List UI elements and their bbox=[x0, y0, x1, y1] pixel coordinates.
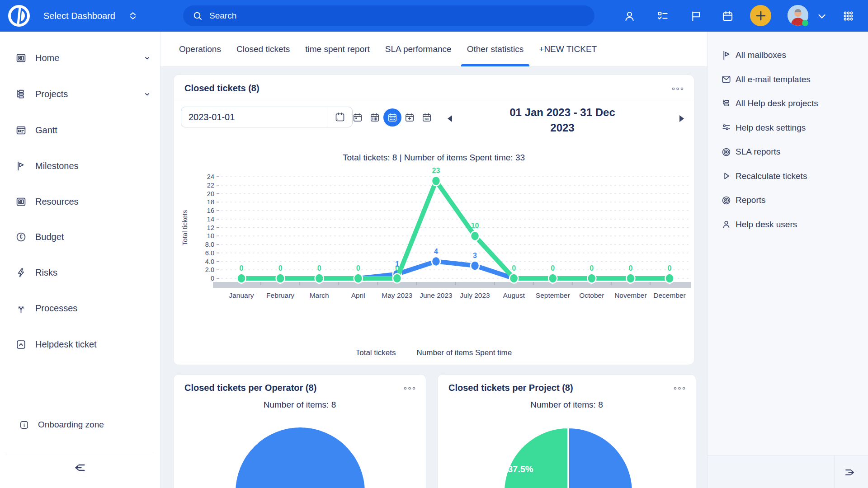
add-button[interactable] bbox=[750, 5, 771, 26]
sidebar-item-milestones[interactable]: Milestones bbox=[0, 148, 160, 183]
svg-text:0: 0 bbox=[628, 264, 632, 272]
svg-text:10: 10 bbox=[471, 222, 479, 230]
svg-text:10: 10 bbox=[207, 232, 214, 239]
budget-euro-icon: € bbox=[15, 231, 27, 243]
svg-text:3: 3 bbox=[473, 252, 477, 259]
sidebar-item-processes[interactable]: Processes bbox=[0, 291, 160, 326]
info-icon bbox=[19, 420, 29, 430]
card-menu-button[interactable] bbox=[671, 87, 684, 91]
legend-item[interactable]: Total tickets bbox=[356, 348, 396, 357]
chevron-down-icon bbox=[144, 55, 151, 61]
projects-tree-icon bbox=[721, 99, 731, 109]
app-logo[interactable] bbox=[6, 3, 32, 28]
closed-tickets-card: Closed tickets (8) 365 01 Jan 2023 - 31 … bbox=[173, 75, 694, 365]
sidebar-item-helpdesk-ticket[interactable]: Helpdesk ticket bbox=[0, 327, 160, 362]
content-area: Closed tickets (8) 365 01 Jan 2023 - 31 … bbox=[160, 67, 707, 488]
date-range-label: 01 Jan 2023 - 31 Dec 2023 bbox=[463, 105, 662, 136]
svg-text:April: April bbox=[351, 291, 365, 299]
panel-item-all-mailboxes[interactable]: All mailboxes bbox=[708, 46, 868, 65]
panel-item-sla-reports[interactable]: SLA reports bbox=[708, 142, 868, 161]
dashboard-selector-label: Select Dashboard bbox=[43, 11, 115, 21]
sidebar-item-gantt[interactable]: Gantt bbox=[0, 113, 160, 148]
risks-bolt-icon bbox=[15, 267, 27, 278]
sidebar-item-risks[interactable]: Risks bbox=[0, 255, 160, 290]
tab-sla-performance[interactable]: SLA performance bbox=[377, 32, 459, 66]
tab-bar: OperationsClosed ticketstime spent repor… bbox=[160, 32, 707, 67]
svg-text:2.0: 2.0 bbox=[205, 266, 214, 273]
svg-text:24: 24 bbox=[207, 173, 214, 180]
panel-item-recalculate-tickets[interactable]: Recalculate tickets bbox=[708, 167, 868, 186]
panel-item-all-help-desk-projects[interactable]: All Help desk projects bbox=[708, 94, 868, 113]
operator-card: Closed tickets per Operator (8) Number o… bbox=[173, 374, 426, 488]
view-month-button[interactable] bbox=[383, 108, 401, 127]
tab-closed-tickets[interactable]: Closed tickets bbox=[229, 32, 297, 66]
svg-text:22: 22 bbox=[207, 182, 214, 189]
target-icon bbox=[721, 195, 731, 206]
prev-period-button[interactable] bbox=[447, 115, 453, 122]
processes-branch-icon bbox=[15, 303, 27, 314]
search-input[interactable]: Search bbox=[183, 5, 594, 26]
play-icon bbox=[721, 171, 731, 181]
calendar-icon[interactable] bbox=[722, 10, 734, 22]
date-picker-button[interactable] bbox=[327, 107, 352, 127]
expand-panel-button[interactable] bbox=[844, 466, 856, 479]
svg-text:1: 1 bbox=[395, 260, 399, 268]
dashboard-selector[interactable]: Select Dashboard bbox=[43, 0, 138, 32]
svg-text:May 2023: May 2023 bbox=[382, 291, 412, 299]
sidebar-item-budget[interactable]: €Budget bbox=[0, 219, 160, 254]
svg-text:16: 16 bbox=[207, 207, 214, 214]
tab-other-statistics[interactable]: Other statistics bbox=[459, 32, 532, 66]
panel-item-help-desk-users[interactable]: Help desk users bbox=[708, 215, 868, 234]
sidebar-item-label: Budget bbox=[35, 232, 64, 242]
panel-item-all-e-mail-templates[interactable]: All e-mail templates bbox=[708, 70, 868, 89]
helpdesk-panel: All mailboxesAll e-mail templatesAll Hel… bbox=[707, 32, 868, 488]
svg-text:0: 0 bbox=[512, 264, 516, 272]
sidebar-item-projects[interactable]: Projects bbox=[0, 76, 160, 112]
svg-text:0: 0 bbox=[317, 264, 321, 272]
panel-item-label: All Help desk projects bbox=[736, 99, 818, 108]
panel-item-help-desk-settings[interactable]: Help desk settings bbox=[708, 118, 868, 137]
person-icon bbox=[721, 219, 731, 230]
next-period-button[interactable] bbox=[679, 115, 685, 122]
card-menu-button[interactable] bbox=[403, 386, 416, 390]
sidebar-item-label: Milestones bbox=[35, 161, 79, 171]
footer-divider bbox=[834, 456, 835, 488]
chevron-down-icon bbox=[144, 91, 151, 98]
card-menu-button[interactable] bbox=[673, 386, 686, 390]
chevron-down-icon[interactable] bbox=[816, 11, 827, 22]
date-input[interactable] bbox=[181, 107, 327, 127]
sidebar-item-onboarding-zone[interactable]: Onboarding zone bbox=[0, 411, 160, 438]
sidebar-item-resources[interactable]: Resources bbox=[0, 184, 160, 219]
svg-text:6.0: 6.0 bbox=[205, 249, 214, 257]
apps-grid-icon[interactable] bbox=[842, 9, 855, 23]
profile-icon[interactable] bbox=[623, 10, 636, 22]
view-week-button[interactable] bbox=[367, 110, 382, 125]
legend-item[interactable]: Number of items Spent time bbox=[417, 348, 512, 357]
tab-new-ticket[interactable]: +NEW TICKET bbox=[531, 32, 604, 66]
task-list-icon[interactable] bbox=[656, 10, 669, 22]
svg-text:January: January bbox=[229, 291, 254, 299]
svg-text:20: 20 bbox=[207, 190, 214, 197]
sidebar-item-label: Gantt bbox=[35, 125, 57, 136]
sidebar-item-home[interactable]: Home bbox=[0, 40, 160, 75]
date-field bbox=[181, 107, 353, 127]
svg-text:0: 0 bbox=[211, 275, 214, 282]
card-subtitle: Number of items: 8 bbox=[438, 400, 696, 410]
sidebar-item-label: Helpdesk ticket bbox=[35, 339, 97, 350]
flag-icon[interactable] bbox=[689, 10, 702, 22]
svg-text:365: 365 bbox=[425, 118, 429, 121]
panel-item-reports[interactable]: Reports bbox=[708, 191, 868, 210]
view-year-button[interactable]: 365 bbox=[419, 110, 434, 125]
view-add-period-button[interactable] bbox=[402, 110, 417, 125]
svg-text:February: February bbox=[266, 291, 294, 299]
panel-item-label: Reports bbox=[736, 195, 766, 205]
search-placeholder: Search bbox=[209, 11, 236, 21]
envelope-icon bbox=[721, 74, 731, 84]
left-sidebar: HomeProjectsGanttMilestonesResources€Bud… bbox=[0, 32, 160, 488]
milestone-flag-icon bbox=[15, 160, 27, 172]
tab-time-spent-report[interactable]: time spent report bbox=[297, 32, 377, 66]
view-day-button[interactable] bbox=[350, 110, 365, 125]
tab-operations[interactable]: Operations bbox=[171, 32, 229, 66]
sidebar-item-label: Risks bbox=[35, 267, 57, 278]
collapse-sidebar-button[interactable] bbox=[71, 458, 90, 477]
